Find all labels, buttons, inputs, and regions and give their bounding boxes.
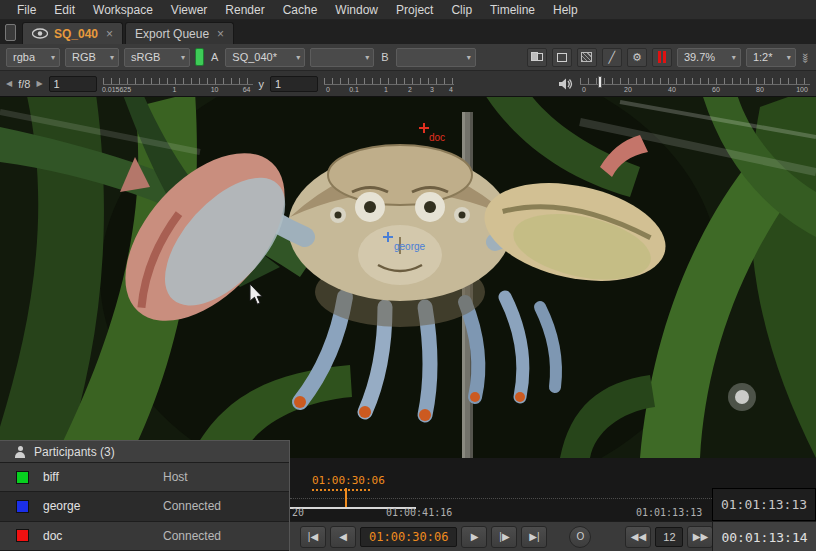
colorspace-value: sRGB <box>131 51 160 63</box>
display-value: RGB <box>72 51 96 63</box>
input-a-value: SQ_040* <box>232 51 277 63</box>
step-back-button[interactable]: ◀ <box>330 526 356 548</box>
viewer-canvas[interactable]: doc george <box>0 97 816 458</box>
volume-slider-track <box>580 78 810 85</box>
menu-clip[interactable]: Clip <box>442 0 481 20</box>
gain-input[interactable] <box>49 76 97 92</box>
mask-button[interactable] <box>552 48 572 67</box>
input-a-extra-dropdown[interactable]: ▾ <box>310 48 374 67</box>
participant-name: biff <box>43 470 163 484</box>
play-button[interactable]: ▶ <box>461 526 487 548</box>
chevron-down-icon: ▾ <box>296 53 300 62</box>
fstop-decrease-icon[interactable]: ◀ <box>6 79 12 88</box>
participants-title: Participants (3) <box>34 445 115 459</box>
proxy-dropdown[interactable]: 1:2* ▾ <box>746 48 796 67</box>
input-b-label: B <box>379 51 390 63</box>
menu-file[interactable]: File <box>8 0 45 20</box>
close-icon[interactable]: × <box>104 27 113 41</box>
menu-edit[interactable]: Edit <box>45 0 84 20</box>
participant-status: Connected <box>163 499 221 513</box>
gamma-slider[interactable]: 0 0.1 1 2 3 4 <box>324 74 454 94</box>
step-forward-button[interactable]: |▶ <box>491 526 517 548</box>
tab-label: Export Queue <box>135 27 209 41</box>
chevron-down-icon: ▾ <box>467 53 471 62</box>
participant-color-swatch <box>16 529 29 542</box>
fstop-increase-icon[interactable]: ▶ <box>36 79 42 88</box>
skip-start-button[interactable]: |◀ <box>300 526 326 548</box>
playhead-range-dots <box>312 489 370 491</box>
tick-label: 40 <box>668 86 676 93</box>
gamma-input[interactable] <box>270 76 318 92</box>
pane-layout-icon[interactable] <box>5 24 16 41</box>
rewind-button[interactable]: ◀◀ <box>625 526 651 548</box>
fps-field[interactable]: 12 <box>655 527 683 547</box>
timeline-panel: 01:00:30:06 20 01:00:41:16 01:01:13:13 0… <box>290 458 816 551</box>
colorspace-dropdown[interactable]: sRGB ▾ <box>124 48 190 67</box>
ruler-label-end: 01:01:13:13 <box>636 507 702 518</box>
menu-render[interactable]: Render <box>216 0 273 20</box>
tick-label: 60 <box>712 86 720 93</box>
overlay-button[interactable] <box>577 48 597 67</box>
participants-header: Participants (3) <box>0 441 289 463</box>
person-icon <box>14 446 26 458</box>
tick-label: 80 <box>756 86 764 93</box>
participant-color-swatch <box>16 471 29 484</box>
marker-doc-label: doc <box>429 132 445 143</box>
tabbar: SQ_040 × Export Queue × <box>0 20 816 44</box>
more-tools-icon[interactable]: »» <box>800 52 811 61</box>
menu-help[interactable]: Help <box>544 0 587 20</box>
gain-slider[interactable]: 0.015625 1 10 64 <box>103 74 253 94</box>
chevron-down-icon: ▾ <box>732 53 736 62</box>
tick-label: 1 <box>384 86 388 93</box>
channels-value: rgba <box>13 51 35 63</box>
participant-color-swatch <box>16 500 29 513</box>
tick-label: 0.1 <box>349 86 359 93</box>
participant-row-doc[interactable]: doc Connected <box>0 522 289 551</box>
tick-label: 64 <box>243 86 251 93</box>
duration-timecode-display: 00:01:13:14 <box>712 522 816 551</box>
menu-cache[interactable]: Cache <box>274 0 327 20</box>
menubar: File Edit Workspace Viewer Render Cache … <box>0 0 816 20</box>
menu-timeline[interactable]: Timeline <box>481 0 544 20</box>
wipe-button[interactable]: ╱ <box>602 48 622 67</box>
menu-viewer[interactable]: Viewer <box>162 0 216 20</box>
tick-label: 0.015625 <box>102 86 131 93</box>
pause-render-button[interactable] <box>652 48 672 67</box>
input-b-dropdown[interactable]: ▾ <box>396 48 476 67</box>
participant-row-biff[interactable]: biff Host <box>0 463 289 492</box>
loop-button[interactable]: O <box>569 526 591 548</box>
input-a-dropdown[interactable]: SQ_040* ▾ <box>225 48 305 67</box>
gamma-label: y <box>259 78 265 90</box>
transport-bar: |◀ ◀ 01:00:30:06 ▶ |▶ ▶| O ◀◀ 12 ▶▶ 00:0… <box>290 521 816 551</box>
fast-forward-button[interactable]: ▶▶ <box>687 526 713 548</box>
menu-window[interactable]: Window <box>326 0 387 20</box>
tab-viewer-sq040[interactable]: SQ_040 × <box>22 22 123 44</box>
sync-status-indicator[interactable] <box>195 48 204 66</box>
menu-workspace[interactable]: Workspace <box>84 0 162 20</box>
participant-row-george[interactable]: george Connected <box>0 492 289 521</box>
participant-status: Host <box>163 470 188 484</box>
nuke-window: File Edit Workspace Viewer Render Cache … <box>0 0 816 551</box>
gain-slider-track <box>103 78 253 85</box>
skip-end-button[interactable]: ▶| <box>521 526 547 548</box>
close-icon[interactable]: × <box>215 27 224 41</box>
channels-dropdown[interactable]: rgba ▾ <box>6 48 60 67</box>
gear-icon: ⚙ <box>632 51 642 64</box>
wipe-slash-icon: ╱ <box>609 51 616 64</box>
zoom-dropdown[interactable]: 39.7% ▾ <box>677 48 741 67</box>
checker-icon <box>581 52 592 62</box>
participant-name: doc <box>43 529 163 543</box>
transport-timecode-input[interactable]: 01:00:30:06 <box>360 527 457 547</box>
menu-project[interactable]: Project <box>387 0 442 20</box>
tick-label: 1 <box>173 86 177 93</box>
volume-slider-handle[interactable] <box>598 76 602 88</box>
volume-slider[interactable]: 0 20 40 60 80 100 <box>580 74 810 94</box>
speaker-icon[interactable] <box>558 77 574 91</box>
playhead-timecode: 01:00:30:06 <box>312 474 385 487</box>
guides-button[interactable] <box>527 48 547 67</box>
settings-button[interactable]: ⚙ <box>627 48 647 67</box>
display-dropdown[interactable]: RGB ▾ <box>65 48 119 67</box>
tick-label: 0 <box>582 86 586 93</box>
exposure-toolbar: ◀ f/8 ▶ 0.015625 1 10 64 y 0 0.1 1 2 3 4 <box>0 71 816 97</box>
tab-export-queue[interactable]: Export Queue × <box>125 22 234 44</box>
